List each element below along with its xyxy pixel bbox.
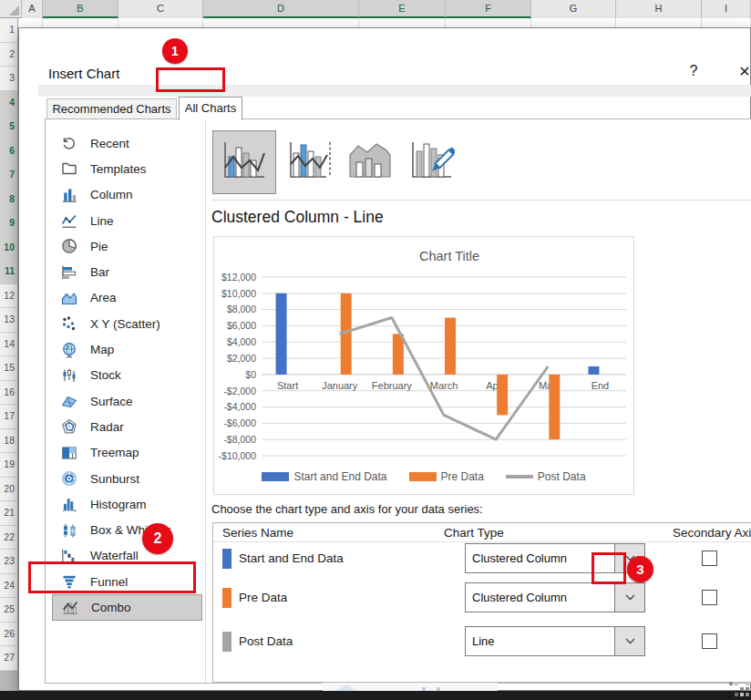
chart-type-sidebar: RecentTemplatesColumnLinePieBarAreaX Y (… xyxy=(46,119,206,683)
sidebar-item-area[interactable]: Area xyxy=(52,285,202,311)
subtype-clustered-column-line[interactable] xyxy=(212,130,276,194)
excel-column-headers: ABCDEFGHI xyxy=(0,0,751,18)
sidebar-item-label: Area xyxy=(90,291,117,304)
column-header-D[interactable]: D xyxy=(203,0,359,18)
sidebar-item-label: Stock xyxy=(90,368,121,382)
row-header-1[interactable]: 1 xyxy=(0,18,18,43)
row-header-22[interactable]: 22 xyxy=(0,526,18,551)
column-header-I[interactable]: I xyxy=(702,0,751,18)
close-icon[interactable]: ✕ xyxy=(733,63,751,83)
series-row-start-and-end-data: Start and End DataClustered Column xyxy=(213,543,751,574)
column-header-B[interactable]: B xyxy=(43,0,118,18)
row-header-19[interactable]: 19 xyxy=(0,453,18,478)
area-icon xyxy=(61,290,77,306)
column-header-E[interactable]: E xyxy=(359,0,446,18)
sidebar-item-column[interactable]: Column xyxy=(52,182,202,208)
row-header-13[interactable]: 13 xyxy=(0,308,18,333)
recent-icon xyxy=(61,135,77,151)
sidebar-item-surface[interactable]: Surface xyxy=(52,388,202,414)
sidebar-item-label: Pie xyxy=(90,240,108,253)
row-header-2[interactable]: 2 xyxy=(0,43,18,67)
tab-recommended-charts[interactable]: Recommended Charts xyxy=(46,98,177,119)
subtype-heading: Clustered Column - Line xyxy=(211,208,384,227)
sidebar-item-box-whisker[interactable]: Box & Whisker xyxy=(52,517,202,542)
row-header-26[interactable]: 26 xyxy=(0,623,18,647)
tab-all-charts[interactable]: All Charts xyxy=(179,97,242,120)
subtype-custom-combination[interactable] xyxy=(403,130,461,194)
column-header-series-name: Series Name xyxy=(222,526,293,540)
sidebar-item-x-y-scatter[interactable]: X Y (Scatter) xyxy=(52,311,202,336)
column-header-A[interactable]: A xyxy=(22,0,43,18)
series-color-swatch xyxy=(222,588,231,608)
sunburst-icon xyxy=(61,470,77,487)
sidebar-item-templates[interactable]: Templates xyxy=(52,156,202,181)
row-header-10[interactable]: 10 xyxy=(0,236,18,261)
sidebar-item-label: X Y (Scatter) xyxy=(90,317,160,331)
row-header-23[interactable]: 23 xyxy=(0,550,18,574)
chart-legend: Start and End DataPre DataPost Data xyxy=(214,470,633,483)
subtype-stacked-area-clustered-column[interactable] xyxy=(341,130,399,194)
svg-text:-$2,000: -$2,000 xyxy=(223,386,256,396)
series-name: Pre Data xyxy=(239,591,287,604)
row-header-16[interactable]: 16 xyxy=(0,381,18,406)
row-header-21[interactable]: 21 xyxy=(0,501,18,526)
row-header-20[interactable]: 20 xyxy=(0,478,18,502)
secondary-axis-checkbox-pre-data[interactable] xyxy=(702,590,717,605)
sidebar-item-map[interactable]: Map xyxy=(52,336,202,362)
step-3-highlight-box xyxy=(592,552,626,584)
bottom-dark-bar xyxy=(0,691,751,700)
subtype-clustered-column-line-secondary-axis[interactable] xyxy=(281,130,339,194)
sidebar-item-radar[interactable]: Radar xyxy=(52,414,202,439)
gridline xyxy=(18,18,43,27)
sidebar-item-label: Column xyxy=(90,188,133,201)
row-header-8[interactable]: 8 xyxy=(0,188,18,212)
row-header-11[interactable]: 11 xyxy=(0,260,18,284)
gridline xyxy=(203,18,359,27)
row-header-14[interactable]: 14 xyxy=(0,333,18,357)
sidebar-item-line[interactable]: Line xyxy=(52,208,202,233)
sidebar-item-pie[interactable]: Pie xyxy=(52,233,202,259)
row-header-5[interactable]: 5 xyxy=(0,115,18,139)
legend-item: Post Data xyxy=(506,470,586,483)
column-header-H[interactable]: H xyxy=(616,0,702,18)
chart-type-value: Clustered Column xyxy=(466,583,614,612)
chevron-down-icon[interactable] xyxy=(614,583,644,612)
row-header-9[interactable]: 9 xyxy=(0,211,18,236)
column-header-F[interactable]: F xyxy=(446,0,531,18)
sidebar-item-histogram[interactable]: Histogram xyxy=(52,491,202,517)
row-header-24[interactable]: 24 xyxy=(0,574,18,599)
row-header-7[interactable]: 7 xyxy=(0,163,18,188)
row-header-27[interactable]: 27 xyxy=(0,646,18,671)
clustered-column-line-icon xyxy=(221,140,267,184)
sidebar-item-recent[interactable]: Recent xyxy=(52,130,202,156)
row-header-15[interactable]: 15 xyxy=(0,356,18,381)
row-header-17[interactable]: 17 xyxy=(0,405,18,429)
row-header-25[interactable]: 25 xyxy=(0,598,18,623)
row-header-3[interactable]: 3 xyxy=(0,67,18,91)
secondary-axis-checkbox-start-and-end-data[interactable] xyxy=(702,551,717,566)
pie-icon xyxy=(61,238,77,254)
svg-text:$10,000: $10,000 xyxy=(221,288,256,299)
sidebar-item-stock[interactable]: Stock xyxy=(52,363,202,388)
row-header-6[interactable]: 6 xyxy=(0,139,18,164)
column-header-C[interactable]: C xyxy=(118,0,203,18)
chart-type-dropdown-post-data[interactable]: Line xyxy=(465,626,645,656)
treemap-icon xyxy=(61,445,77,461)
secondary-axis-checkbox-post-data[interactable] xyxy=(702,633,717,649)
row-header-12[interactable]: 12 xyxy=(0,284,18,309)
legend-label: Post Data xyxy=(538,470,586,483)
sidebar-item-combo[interactable]: Combo xyxy=(52,594,202,620)
row-header-18[interactable]: 18 xyxy=(0,429,18,454)
svg-text:Chart Title: Chart Title xyxy=(419,249,479,263)
clustered-column-line-secondary-axis-icon xyxy=(287,140,333,184)
chevron-down-icon[interactable] xyxy=(614,627,644,655)
sidebar-item-treemap[interactable]: Treemap xyxy=(52,440,202,466)
column-header-G[interactable]: G xyxy=(531,0,616,18)
sidebar-item-sunburst[interactable]: Sunburst xyxy=(52,466,202,491)
chart-type-dropdown-pre-data[interactable]: Clustered Column xyxy=(465,582,645,612)
help-icon[interactable]: ? xyxy=(683,63,705,83)
svg-text:-$10,000: -$10,000 xyxy=(219,450,257,461)
select-all-corner[interactable] xyxy=(0,0,22,17)
sidebar-item-bar[interactable]: Bar xyxy=(52,259,202,284)
row-header-4[interactable]: 4 xyxy=(0,91,18,116)
